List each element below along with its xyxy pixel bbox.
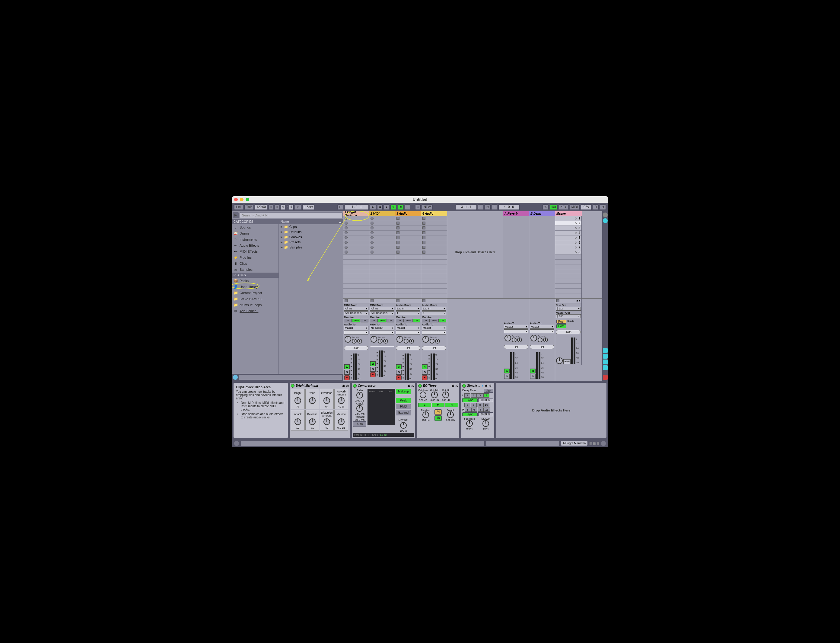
cue-out-menu[interactable]: ‖ 1/2 [556, 307, 581, 311]
io-channel-menu[interactable]: ! All Channels [370, 311, 394, 315]
quantize-menu[interactable]: 1 Bar ▾ [302, 204, 314, 210]
category-plug-ins[interactable]: ⚡Plug-ins [232, 255, 278, 261]
feedback-knob[interactable] [466, 420, 473, 427]
disclosure-icon[interactable]: ▶ [281, 235, 283, 238]
place-packs[interactable]: 📦Packs [232, 278, 278, 284]
send-b-knob[interactable] [517, 338, 522, 342]
master-header[interactable]: Master [555, 211, 582, 216]
scene-empty[interactable] [555, 274, 581, 279]
clip-slot[interactable] [395, 221, 421, 226]
sync-l[interactable]: Sync [462, 398, 478, 402]
stop-all-icon[interactable] [557, 299, 559, 302]
pan-knob[interactable] [345, 336, 351, 343]
slope-24[interactable]: 24 [435, 410, 442, 415]
name-header[interactable]: Name▲ [279, 219, 343, 224]
delay-16[interactable]: 16 [483, 403, 489, 407]
clip-slot-empty[interactable] [369, 259, 395, 264]
return-header[interactable]: B Delay [529, 211, 555, 216]
freqlow-knob[interactable] [422, 411, 429, 418]
session-rec-icon[interactable]: ○ [415, 204, 421, 210]
solo-button[interactable]: S [344, 370, 350, 375]
param-knob[interactable] [309, 397, 316, 404]
rail-io-icon[interactable] [603, 212, 608, 217]
clip-slot[interactable] [369, 216, 395, 221]
scene-row[interactable]: ▷4 [555, 231, 581, 235]
sidechain-icon[interactable]: ↜ [368, 434, 371, 436]
io-channel-menu[interactable]: ! All Channels [344, 311, 368, 315]
help-icon[interactable] [234, 441, 239, 446]
delay-1[interactable]: 1 [464, 393, 470, 398]
io-to-menu[interactable]: Master [344, 326, 368, 330]
clip-slot-empty[interactable] [395, 279, 421, 284]
clip-slot-empty[interactable] [395, 255, 421, 259]
scene-empty[interactable] [555, 294, 581, 298]
rail-sends-icon[interactable] [603, 218, 608, 223]
gainhi-knob[interactable] [442, 392, 449, 398]
param-knob[interactable] [338, 397, 345, 404]
scene-row[interactable]: ▷8 [555, 250, 581, 255]
category-instruments[interactable]: 〰Instruments [232, 237, 278, 242]
clip-slot-icon[interactable] [422, 217, 425, 220]
clip-slot[interactable] [369, 245, 395, 250]
punch-in-icon[interactable]: ⌐ [478, 204, 483, 210]
monitor-off[interactable]: Off [438, 319, 446, 322]
cue-vol-knob[interactable] [556, 357, 563, 364]
track-header[interactable]: 4 Audio [421, 211, 447, 216]
device-save-icon[interactable]: ◉ [451, 384, 454, 387]
monitor-in[interactable]: In [344, 319, 352, 322]
automation-arm-icon[interactable]: ↻ [398, 204, 404, 210]
io-to-menu[interactable]: No Output [370, 326, 394, 330]
rail-d-icon[interactable] [603, 365, 608, 370]
delay-16[interactable]: 16 [484, 408, 490, 412]
send-b-knob[interactable] [435, 339, 440, 344]
slope-48[interactable]: 48 [435, 415, 442, 421]
monitor-off[interactable]: Off [361, 319, 368, 322]
clip-slot-empty[interactable] [395, 259, 421, 264]
clip-slot-icon[interactable] [422, 236, 425, 239]
scene-row[interactable]: ▷7 [555, 245, 581, 250]
scene-play-icon[interactable]: ▷ [575, 246, 577, 249]
clip-slot-icon[interactable] [422, 231, 425, 234]
scene-empty[interactable] [555, 279, 581, 284]
clip-slot-empty[interactable] [343, 264, 369, 269]
device-hotswap-icon[interactable]: ◎ [346, 384, 349, 387]
disclosure-icon[interactable]: ▶ [281, 241, 283, 244]
monitor-auto[interactable]: Auto [404, 319, 412, 322]
clip-slot-empty[interactable] [421, 284, 447, 289]
clip-slot[interactable] [395, 235, 421, 240]
io-sub-menu[interactable] [344, 331, 368, 335]
device-on-icon[interactable] [291, 384, 295, 388]
clip-slot-icon[interactable] [396, 217, 399, 220]
device-save-icon[interactable]: ◉ [342, 384, 345, 387]
clip-slot-empty[interactable] [369, 284, 395, 289]
knee-value[interactable]: 6.0 dB [379, 434, 386, 436]
delay-6[interactable]: 6 [471, 408, 477, 412]
track-header[interactable]: 2 MIDI [369, 211, 395, 216]
drop-audio-effects[interactable]: Drop Audio Effects Here [496, 383, 606, 438]
send-a-knob[interactable] [430, 339, 435, 344]
search-input[interactable] [240, 212, 342, 218]
send-a-knob[interactable] [352, 339, 357, 344]
device-hotswap-icon[interactable]: ◎ [455, 384, 458, 387]
eq-m-button[interactable]: M [432, 403, 445, 407]
io-sub-menu[interactable] [422, 331, 446, 335]
scene-play-icon[interactable]: ▷ [575, 236, 577, 239]
nudge-down-icon[interactable]: ⦀ [269, 204, 273, 210]
send-a-knob[interactable] [404, 339, 409, 344]
arm-button[interactable]: ● [396, 375, 402, 380]
io-to-menu[interactable]: Master [530, 325, 554, 329]
preview-play-icon[interactable]: ▶ [233, 212, 239, 218]
category-samples[interactable]: ≋Samples [232, 266, 278, 273]
clip-slot-empty[interactable] [421, 269, 447, 274]
clip-slot[interactable] [421, 221, 447, 226]
scene-play-icon[interactable]: ▷ [575, 227, 577, 229]
clip-slot-icon[interactable] [371, 231, 374, 234]
offset-l[interactable]: 0.00 % [478, 398, 493, 402]
scene-row[interactable]: ▷2 [555, 221, 581, 226]
rms-button[interactable]: RMS [396, 404, 411, 410]
stop-all-icon[interactable] [422, 299, 425, 302]
solo-button[interactable]: S [422, 370, 428, 375]
clip-slot-empty[interactable] [395, 274, 421, 279]
clip-slot-icon[interactable] [422, 251, 425, 254]
sync-r[interactable]: Sync [462, 412, 478, 416]
